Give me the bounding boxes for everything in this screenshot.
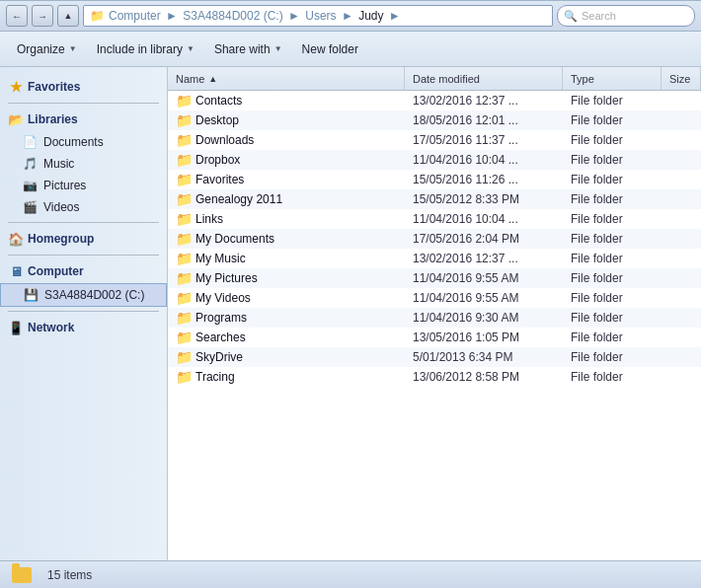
table-row[interactable]: 📁 SkyDrive 5/01/2013 6:34 PM File folder (168, 347, 701, 367)
folder-icon: 📁 (176, 369, 192, 385)
computer-icon: 🖥 (8, 263, 24, 279)
file-type-cell: File folder (563, 311, 662, 325)
table-row[interactable]: 📁 Tracing 13/06/2012 8:58 PM File folder (168, 367, 701, 387)
folder-icon: 📁 (176, 132, 192, 148)
file-name-text: My Videos (195, 291, 251, 305)
sidebar-item-videos[interactable]: 🎬 Videos (0, 196, 167, 218)
sidebar-item-pictures[interactable]: 📷 Pictures (0, 175, 167, 196)
homegroup-icon: 🏠 (8, 231, 24, 247)
path-text: Computer ► S3A4884D002 (C:) ► Users ► Ju… (109, 9, 403, 23)
table-row[interactable]: 📁 Downloads 17/05/2016 11:37 ... File fo… (168, 130, 701, 150)
address-path[interactable]: 📁 Computer ► S3A4884D002 (C:) ► Users ► … (83, 5, 553, 27)
file-name-text: Genealogy 2011 (195, 192, 282, 206)
table-row[interactable]: 📁 Genealogy 2011 15/05/2012 8:33 PM File… (168, 189, 701, 209)
file-type-cell: File folder (563, 350, 662, 364)
homegroup-section: 🏠 Homegroup (0, 227, 167, 251)
pictures-icon: 📷 (22, 178, 38, 193)
status-count: 15 items (47, 568, 92, 582)
table-row[interactable]: 📁 Desktop 18/05/2016 12:01 ... File fold… (168, 110, 701, 130)
folder-icon: 📁 (176, 211, 192, 227)
libraries-header[interactable]: 📂 Libraries (0, 108, 167, 131)
share-with-label: Share with (214, 42, 271, 56)
include-library-arrow: ▼ (187, 44, 195, 53)
folder-icon: 📁 (176, 330, 192, 345)
folder-icon: 📁 (176, 290, 192, 306)
homegroup-header[interactable]: 🏠 Homegroup (0, 227, 167, 251)
drive-icon: 💾 (23, 287, 39, 303)
search-box[interactable]: 🔍 Search (557, 5, 695, 27)
divider-3 (8, 255, 159, 256)
network-header[interactable]: 📱 Network (0, 316, 167, 339)
table-row[interactable]: 📁 My Videos 11/04/2016 9:55 AM File fold… (168, 288, 701, 308)
sidebar-item-drive[interactable]: 💾 S3A4884D002 (C:) (0, 283, 167, 307)
file-type-cell: File folder (563, 133, 662, 147)
share-with-button[interactable]: Share with ▼ (205, 36, 291, 63)
table-row[interactable]: 📁 Programs 11/04/2016 9:30 AM File folde… (168, 308, 701, 328)
file-date-cell: 11/04/2016 9:55 AM (405, 291, 563, 305)
table-row[interactable]: 📁 Links 11/04/2016 10:04 ... File folder (168, 209, 701, 229)
file-date-cell: 13/06/2012 8:58 PM (405, 370, 563, 384)
file-name-cell: 📁 Tracing (168, 369, 405, 385)
col-header-size[interactable]: Size (662, 67, 701, 90)
file-type-cell: File folder (563, 252, 662, 265)
file-date-cell: 15/05/2016 11:26 ... (405, 173, 563, 186)
file-date-cell: 13/02/2016 12:37 ... (405, 94, 563, 108)
file-type-cell: File folder (563, 173, 662, 186)
table-row[interactable]: 📁 My Music 13/02/2016 12:37 ... File fol… (168, 249, 701, 268)
toolbar: Organize ▼ Include in library ▼ Share wi… (0, 32, 701, 67)
table-row[interactable]: 📁 Dropbox 11/04/2016 10:04 ... File fold… (168, 150, 701, 170)
file-name-text: Dropbox (195, 153, 240, 167)
favorites-header[interactable]: ★ Favorites (0, 75, 167, 99)
file-name-cell: 📁 Desktop (168, 112, 405, 128)
sidebar: ★ Favorites 📂 Libraries 📄 Documents 🎵 Mu… (0, 67, 168, 560)
divider-4 (8, 311, 159, 312)
file-name-cell: 📁 Genealogy 2011 (168, 191, 405, 207)
col-header-date[interactable]: Date modified (405, 67, 563, 90)
file-name-cell: 📁 Favorites (168, 172, 405, 187)
divider-1 (8, 103, 159, 104)
include-library-button[interactable]: Include in library ▼ (88, 36, 203, 63)
libraries-label: Libraries (28, 112, 78, 126)
new-folder-button[interactable]: New folder (293, 36, 367, 63)
col-header-type[interactable]: Type (563, 67, 662, 90)
file-date-cell: 18/05/2016 12:01 ... (405, 113, 563, 127)
up-button[interactable]: ▲ (57, 5, 79, 27)
file-name-text: Searches (195, 331, 246, 344)
documents-icon: 📄 (22, 134, 38, 150)
computer-header[interactable]: 🖥 Computer (0, 259, 167, 283)
table-row[interactable]: 📁 Favorites 15/05/2016 11:26 ... File fo… (168, 170, 701, 189)
table-row[interactable]: 📁 Searches 13/05/2016 1:05 PM File folde… (168, 328, 701, 347)
back-button[interactable]: ← (6, 5, 28, 27)
file-type-cell: File folder (563, 212, 662, 226)
share-with-arrow: ▼ (274, 44, 282, 53)
file-name-text: My Documents (195, 232, 274, 246)
status-bar: 15 items (0, 560, 701, 588)
organize-label: Organize (17, 42, 65, 56)
file-type-cell: File folder (563, 113, 662, 127)
table-row[interactable]: 📁 Contacts 13/02/2016 12:37 ... File fol… (168, 91, 701, 110)
file-name-cell: 📁 My Pictures (168, 270, 405, 286)
table-row[interactable]: 📁 My Pictures 11/04/2016 9:55 AM File fo… (168, 268, 701, 288)
col-header-name[interactable]: Name ▲ (168, 67, 405, 90)
organize-dropdown-arrow: ▼ (69, 44, 77, 53)
file-name-cell: 📁 My Documents (168, 231, 405, 247)
organize-button[interactable]: Organize ▼ (8, 36, 86, 63)
table-row[interactable]: 📁 My Documents 17/05/2016 2:04 PM File f… (168, 229, 701, 249)
forward-button[interactable]: → (32, 5, 53, 27)
file-date-cell: 17/05/2016 11:37 ... (405, 133, 563, 147)
sidebar-item-documents[interactable]: 📄 Documents (0, 131, 167, 153)
folder-icon: 📁 (176, 191, 192, 207)
star-icon: ★ (8, 79, 24, 95)
file-name-cell: 📁 Links (168, 211, 405, 227)
file-date-cell: 11/04/2016 10:04 ... (405, 212, 563, 226)
file-name-text: Contacts (195, 94, 242, 108)
col-size-label: Size (669, 73, 690, 85)
music-icon: 🎵 (22, 156, 38, 172)
sidebar-item-music[interactable]: 🎵 Music (0, 153, 167, 175)
folder-icon: 📁 (176, 231, 192, 247)
videos-icon: 🎬 (22, 199, 38, 215)
file-rows: 📁 Contacts 13/02/2016 12:37 ... File fol… (168, 91, 701, 560)
address-bar: ← → ▲ 📁 Computer ► S3A4884D002 (C:) ► Us… (0, 0, 701, 32)
folder-icon: 📁 (176, 251, 192, 266)
file-date-cell: 11/04/2016 9:30 AM (405, 311, 563, 325)
